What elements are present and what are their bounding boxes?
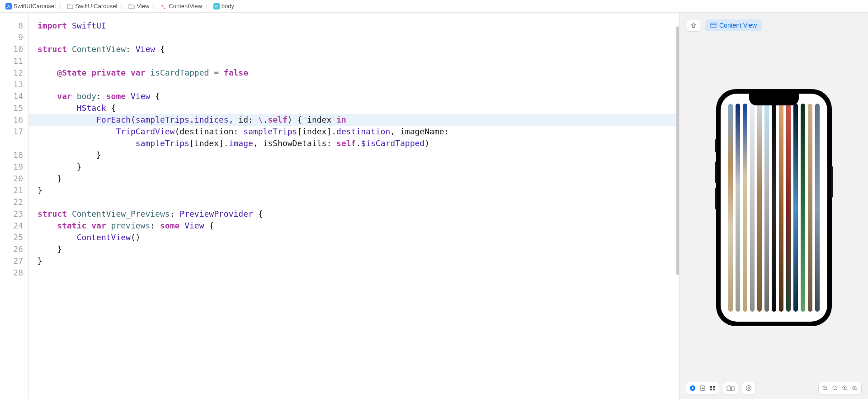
code-line[interactable]: static var previews: some View { (38, 220, 679, 232)
code-line[interactable] (38, 55, 679, 67)
line-number: 19 (0, 161, 23, 173)
line-number: 22 (0, 196, 23, 208)
folder-icon (128, 3, 135, 10)
line-number: 16 (0, 114, 23, 126)
preview-target-pill[interactable]: Content View (705, 19, 762, 31)
breadcrumb-item[interactable]: A SwiftUICarousel (5, 3, 56, 10)
svg-rect-8 (710, 386, 712, 388)
line-number: 12 (0, 67, 23, 79)
code-line[interactable]: HStack { (38, 102, 679, 114)
main-split: 8910111213141516171819202122232425262728… (0, 13, 868, 399)
trip-card-strip (764, 104, 769, 312)
code-area[interactable]: import SwiftUIstruct ContentView: View {… (29, 13, 679, 399)
code-editor[interactable]: 8910111213141516171819202122232425262728… (0, 13, 679, 399)
line-number (0, 138, 23, 149)
svg-text:P: P (215, 4, 218, 9)
live-preview-button[interactable] (686, 382, 719, 394)
trip-card-strip (743, 104, 747, 312)
code-line[interactable]: } (38, 255, 679, 267)
breadcrumb-label: View (137, 3, 149, 10)
breadcrumb-item[interactable]: P body (213, 3, 234, 10)
line-number: 10 (0, 43, 23, 55)
trip-card-strip (736, 104, 740, 312)
code-line[interactable]: struct ContentView_Previews: PreviewProv… (38, 208, 679, 220)
line-number: 25 (0, 232, 23, 243)
phone-device-frame (716, 89, 832, 326)
line-number: 14 (0, 90, 23, 102)
code-line[interactable]: } (38, 173, 679, 185)
svg-rect-10 (710, 389, 712, 390)
svg-rect-13 (731, 387, 734, 391)
code-line[interactable] (38, 267, 679, 279)
line-number: 24 (0, 220, 23, 232)
svg-point-14 (746, 386, 751, 391)
code-line[interactable]: sampleTrips[index].image, isShowDetails:… (38, 138, 679, 149)
device-icon (726, 385, 735, 391)
line-number: 17 (0, 126, 23, 138)
carousel-hstack (726, 104, 822, 312)
line-number: 26 (0, 243, 23, 255)
variants-icon (745, 385, 752, 391)
swift-icon (160, 3, 167, 10)
code-line[interactable]: } (38, 161, 679, 173)
phone-notch (749, 94, 799, 105)
zoom-out-icon (822, 385, 828, 391)
breadcrumb-item[interactable]: SwiftUICarousel (67, 3, 117, 10)
variants-button[interactable] (742, 382, 755, 394)
pin-button[interactable] (687, 19, 700, 32)
folder-icon (67, 3, 73, 10)
device-settings-button[interactable] (723, 382, 738, 394)
svg-text:A: A (7, 4, 10, 9)
chevron-right-icon: 〉 (57, 2, 65, 10)
chevron-right-icon: 〉 (119, 2, 127, 10)
chevron-right-icon: 〉 (204, 2, 212, 10)
preview-pane: Content View (679, 13, 868, 399)
trip-card-strip (815, 104, 820, 312)
code-line[interactable]: struct ContentView: View { (38, 43, 679, 55)
window-icon (710, 23, 717, 28)
scrollbar[interactable] (676, 26, 679, 275)
code-line[interactable]: } (38, 185, 679, 196)
chevron-right-icon: 〉 (151, 2, 159, 10)
zoom-actual-icon (832, 385, 838, 391)
code-line[interactable]: } (38, 149, 679, 161)
code-line[interactable] (38, 196, 679, 208)
breadcrumb-label: SwiftUICarousel (14, 3, 56, 10)
play-icon (689, 385, 696, 391)
code-line[interactable]: TripCardView(destination: sampleTrips[in… (38, 126, 679, 138)
zoom-fit-icon (842, 385, 848, 391)
trip-card-strip (772, 104, 776, 312)
line-number: 23 (0, 208, 23, 220)
svg-rect-12 (727, 386, 731, 391)
svg-line-20 (836, 389, 837, 390)
code-line[interactable]: @State private var isCardTapped = false (38, 67, 679, 79)
code-line[interactable]: import SwiftUI (38, 20, 679, 32)
svg-line-28 (856, 389, 857, 390)
breadcrumb-item[interactable]: ContentView (160, 3, 202, 10)
code-line[interactable] (38, 32, 679, 43)
breadcrumb: A SwiftUICarousel 〉 SwiftUICarousel 〉 Vi… (0, 0, 868, 13)
trip-card-strip (757, 104, 762, 312)
preview-canvas[interactable] (679, 38, 868, 377)
line-number: 8 (0, 20, 23, 32)
trip-card-strip (786, 104, 791, 312)
line-gutter: 8910111213141516171819202122232425262728 (0, 13, 29, 399)
breadcrumb-label: body (222, 3, 234, 10)
zoom-controls[interactable] (818, 382, 862, 394)
grid-icon (709, 385, 716, 391)
line-number: 20 (0, 173, 23, 185)
preview-pill-label: Content View (719, 22, 757, 29)
code-line[interactable]: ContentView() (38, 232, 679, 243)
breadcrumb-item[interactable]: View (128, 3, 149, 10)
code-line[interactable] (38, 79, 679, 90)
svg-rect-11 (713, 389, 715, 390)
phone-screen (721, 94, 827, 322)
line-number: 11 (0, 55, 23, 67)
code-line[interactable]: var body: some View { (38, 90, 679, 102)
svg-line-24 (846, 389, 847, 390)
code-line[interactable]: ForEach(sampleTrips.indices, id: \.self)… (29, 114, 679, 126)
zoom-in-icon (852, 385, 858, 391)
line-number: 13 (0, 79, 23, 90)
svg-line-18 (826, 389, 827, 390)
code-line[interactable]: } (38, 243, 679, 255)
